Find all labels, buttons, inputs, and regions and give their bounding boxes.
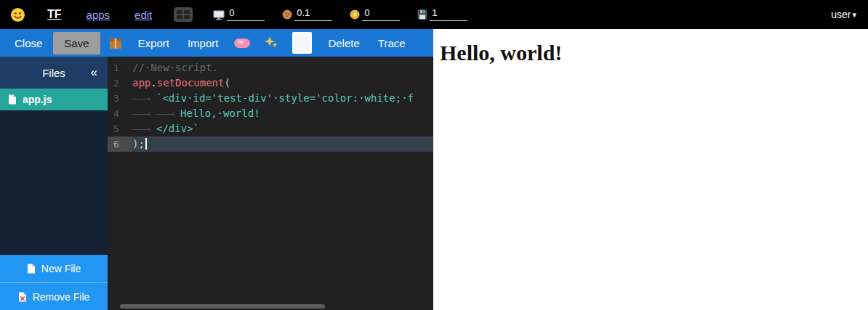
code-token-plain: ( [224,77,230,89]
code-token-plain: ); [132,138,145,150]
code-token-string: </div>` [156,123,199,134]
floppy-icon [417,9,427,20]
code-token-comment: //·New·script. [132,62,218,73]
sparkles-button[interactable] [259,31,284,54]
stat-monitor-value: 0 [227,8,265,21]
new-file-label: New File [41,263,81,274]
apps-link[interactable]: apps [87,9,110,21]
sidebar-file-actions: New File Remove File [0,255,108,310]
code-token-plain: . [150,77,156,89]
line-number: 6 [108,136,132,152]
status-indicators: 0 0.1 0 1 [213,8,467,21]
topbar: TF apps edit 0 0.1 [0,0,868,29]
smiley-face [10,7,25,23]
remove-file-label: Remove File [33,291,90,303]
sparkles-icon [264,36,278,50]
code-line-content[interactable]: app.setDocument( [132,76,433,91]
code-token-string: `<div·id='test-div'·style='color:·white;… [156,92,414,104]
user-label: user [831,9,851,20]
new-file-icon [27,264,36,274]
line-number: 3 [108,91,132,106]
code-line-content[interactable]: ——→</div>` [132,121,433,136]
code-token-tab: ——→ [132,121,156,136]
code-line-4[interactable]: 4——→——→Hello,·world! [108,106,433,121]
code-line-content[interactable]: ); [132,136,433,152]
code-token-variable: app [132,77,150,89]
stat-cookie-value: 0.1 [294,8,332,21]
blank-swatch-button[interactable] [292,32,312,54]
stat-cookie[interactable]: 0.1 [282,8,332,21]
new-file-button[interactable]: New File [0,255,108,282]
code-token-string: Hello,·world! [180,107,260,119]
document-icon [8,94,17,105]
stat-monitor[interactable]: 0 [213,8,265,21]
stat-coin-value: 0 [362,8,400,21]
line-number: 1 [108,60,132,76]
line-number: 2 [108,76,132,91]
code-line-1[interactable]: 1//·New·script. [108,60,433,76]
import-button[interactable]: Import [180,32,226,54]
soap-icon [234,38,250,48]
package-button[interactable] [104,33,127,54]
code-token-tab: ——→ [132,106,156,121]
file-name: app.js [23,94,52,105]
app-grid-icon[interactable] [174,7,193,22]
file-item-appjs[interactable]: app.js [0,89,108,110]
stat-coin[interactable]: 0 [350,8,400,21]
soap-button[interactable] [229,34,255,52]
code-line-6[interactable]: 6); [108,136,433,152]
code-area[interactable]: 1//·New·script.2app.setDocument(3——→`<di… [108,57,433,152]
coin-icon [350,9,360,20]
close-button[interactable]: Close [7,32,49,54]
code-line-3[interactable]: 3——→`<div·id='test-div'·style='color:·wh… [108,91,433,106]
remove-file-button[interactable]: Remove File [0,282,108,310]
save-button[interactable]: Save [53,32,100,54]
collapse-sidebar-button[interactable]: « [91,65,97,80]
trace-button[interactable]: Trace [371,32,413,54]
horizontal-scrollbar-thumb[interactable] [120,304,325,309]
files-header: Files « [0,57,108,89]
preview-heading: Hello, world! [440,41,868,65]
code-line-content[interactable]: //·New·script. [132,60,433,76]
remove-file-icon [18,292,27,302]
edit-link[interactable]: edit [134,9,152,21]
code-line-content[interactable]: ——→`<div·id='test-div'·style='color:·whi… [132,91,433,106]
monitor-icon [213,9,225,20]
home-link[interactable]: TF [47,8,62,21]
user-menu-button[interactable]: user ▾ [831,9,856,20]
line-number: 4 [108,106,132,121]
stat-floppy[interactable]: 1 [417,8,467,21]
cookie-icon [282,9,292,20]
chevron-down-icon: ▾ [852,10,856,20]
delete-button[interactable]: Delete [321,32,366,54]
line-number: 5 [108,121,132,136]
code-line-content[interactable]: ——→——→Hello,·world! [132,106,433,121]
files-sidebar: Files « app.js New File [0,57,108,310]
code-line-2[interactable]: 2app.setDocument( [108,76,433,91]
main-area: Close Save Export Import Delete Trace Fi… [0,29,868,310]
code-editor[interactable]: 1//·New·script.2app.setDocument(3——→`<di… [108,57,433,310]
app-preview-pane: Hello, world! [433,29,868,310]
files-title: Files [42,67,65,79]
code-line-5[interactable]: 5——→</div>` [108,121,433,136]
code-token-tab: ——→ [156,106,180,121]
stat-floppy-value: 1 [430,8,467,21]
package-icon [109,37,122,49]
export-button[interactable]: Export [131,32,177,54]
code-token-variable: setDocument [157,77,225,89]
text-cursor [145,138,147,150]
smiley-logo-icon[interactable] [10,7,25,23]
editor-toolbar: Close Save Export Import Delete Trace [0,29,433,57]
code-token-tab: ——→ [132,91,156,106]
